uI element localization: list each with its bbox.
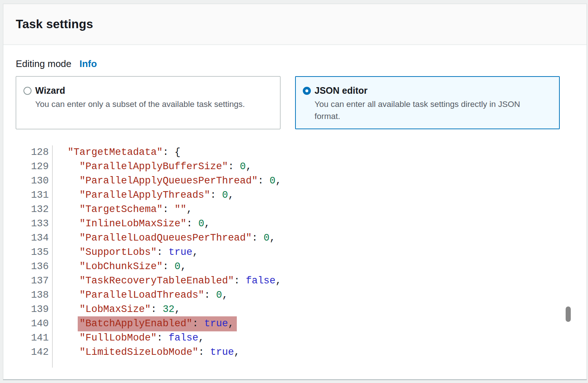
code-text[interactable]: "FullLobMode": false, bbox=[53, 331, 204, 345]
code-line[interactable]: 138 "ParallelLoadThreads": 0, bbox=[16, 288, 574, 302]
code-text[interactable]: "LimitedSizeLobMode": true, bbox=[53, 345, 240, 360]
code-line[interactable]: 131 "ParallelApplyThreads": 0, bbox=[16, 188, 574, 202]
editing-mode-option-json-editor[interactable]: JSON editor You can enter all available … bbox=[295, 76, 560, 129]
code-line[interactable]: 130 "ParallelApplyQueuesPerThread": 0, bbox=[16, 174, 574, 188]
code-line[interactable]: 133 "InlineLobMaxSize": 0, bbox=[16, 217, 574, 231]
json-editor[interactable]: 128 "TargetMetadata": {129 "ParallelAppl… bbox=[16, 145, 574, 368]
code-line[interactable]: 129 "ParallelApplyBufferSize": 0, bbox=[16, 160, 574, 174]
tile-description: You can enter only a subset of the avail… bbox=[35, 98, 275, 111]
code-text[interactable]: "ParallelApplyQueuesPerThread": 0, bbox=[53, 174, 282, 188]
line-number: 131 bbox=[16, 188, 53, 202]
line-number: 136 bbox=[16, 260, 53, 274]
line-number: 140 bbox=[16, 317, 53, 331]
line-number: 134 bbox=[16, 231, 53, 245]
code-text[interactable]: "TargetMetadata": { bbox=[53, 145, 180, 160]
line-number: 137 bbox=[16, 274, 53, 288]
code-text[interactable]: "BatchApplyEnabled": true, bbox=[53, 317, 237, 331]
radio-selected-icon[interactable] bbox=[303, 87, 311, 95]
code-text[interactable]: "LobChunkSize": 0, bbox=[53, 260, 186, 274]
line-number: 129 bbox=[16, 160, 53, 174]
highlighted-code: "BatchApplyEnabled": true, bbox=[78, 316, 237, 331]
tile-title: JSON editor bbox=[315, 85, 367, 96]
page-title: Task settings bbox=[16, 17, 93, 31]
code-text[interactable]: "SupportLobs": true, bbox=[53, 245, 198, 260]
line-number: 141 bbox=[16, 331, 53, 345]
line-number: 133 bbox=[16, 217, 53, 231]
line-number: 139 bbox=[16, 302, 53, 317]
editing-mode-label: Editing mode bbox=[16, 58, 71, 70]
code-text[interactable]: "LobMaxSize": 32, bbox=[53, 302, 180, 317]
line-number: 130 bbox=[16, 174, 53, 188]
code-text[interactable]: "ParallelLoadQueuesPerThread": 0, bbox=[53, 231, 276, 245]
tile-title: Wizard bbox=[35, 85, 65, 96]
code-text[interactable]: "InlineLobMaxSize": 0, bbox=[53, 217, 210, 231]
gutter-tail bbox=[16, 360, 53, 368]
code-text[interactable]: "TaskRecoveryTableEnabled": false, bbox=[53, 274, 282, 288]
code-text[interactable]: "ParallelApplyBufferSize": 0, bbox=[53, 160, 252, 174]
line-number: 138 bbox=[16, 288, 53, 302]
radio-unselected-icon[interactable] bbox=[23, 87, 32, 95]
code-line[interactable]: 136 "LobChunkSize": 0, bbox=[16, 260, 574, 274]
code-line[interactable]: 140 "BatchApplyEnabled": true, bbox=[16, 317, 574, 331]
code-line[interactable]: 137 "TaskRecoveryTableEnabled": false, bbox=[16, 274, 574, 288]
tile-top: Wizard bbox=[23, 85, 275, 96]
code-tail bbox=[16, 360, 574, 368]
tile-description: You can enter all available task setting… bbox=[315, 98, 554, 122]
line-number: 128 bbox=[16, 145, 53, 160]
line-number: 135 bbox=[16, 245, 53, 260]
code-text[interactable]: "TargetSchema": "", bbox=[53, 202, 192, 217]
code-line[interactable]: 132 "TargetSchema": "", bbox=[16, 202, 574, 217]
panel-body: Editing mode Info Wizard You can enter o… bbox=[3, 58, 587, 368]
panel-header: Task settings bbox=[3, 4, 587, 45]
code-line[interactable]: 142 "LimitedSizeLobMode": true, bbox=[16, 345, 574, 360]
code-text[interactable]: "ParallelLoadThreads": 0, bbox=[53, 288, 228, 302]
code-line[interactable]: 128 "TargetMetadata": { bbox=[16, 145, 574, 160]
tile-top: JSON editor bbox=[303, 85, 554, 96]
code-line[interactable]: 141 "FullLobMode": false, bbox=[16, 331, 574, 345]
task-settings-panel: Task settings Editing mode Info Wizard Y… bbox=[3, 4, 587, 380]
info-link[interactable]: Info bbox=[80, 58, 97, 70]
code-line[interactable]: 139 "LobMaxSize": 32, bbox=[16, 302, 574, 317]
line-number: 142 bbox=[16, 345, 53, 360]
editing-mode-tiles: Wizard You can enter only a subset of th… bbox=[16, 76, 574, 129]
scrollbar-thumb[interactable] bbox=[566, 306, 571, 322]
code-line[interactable]: 134 "ParallelLoadQueuesPerThread": 0, bbox=[16, 231, 574, 245]
editing-mode-option-wizard[interactable]: Wizard You can enter only a subset of th… bbox=[16, 76, 280, 129]
code-line[interactable]: 135 "SupportLobs": true, bbox=[16, 245, 574, 260]
editing-mode-row: Editing mode Info bbox=[16, 58, 574, 70]
code-text[interactable]: "ParallelApplyThreads": 0, bbox=[53, 188, 234, 202]
line-number: 132 bbox=[16, 202, 53, 217]
